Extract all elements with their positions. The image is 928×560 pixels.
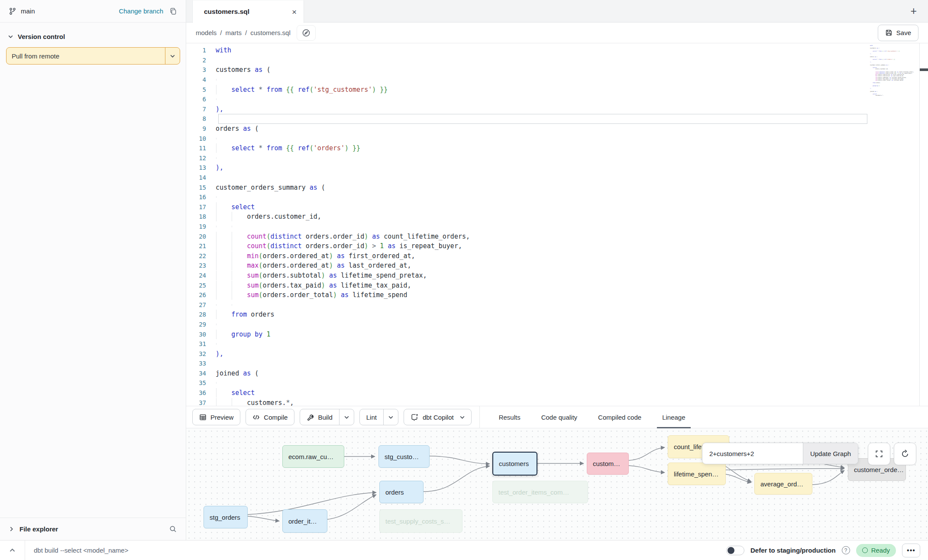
refresh-button[interactable] (894, 443, 916, 465)
tab-customers-sql[interactable]: customers.sql × (192, 0, 304, 23)
code-line[interactable]: 22 min(orders.ordered_at) as first_order… (186, 251, 919, 261)
pull-from-remote-button[interactable]: Pull from remote (6, 47, 180, 65)
chevron-down-icon (388, 414, 394, 420)
lint-dropdown-toggle[interactable] (383, 409, 398, 425)
code-line[interactable]: 23 max(orders.ordered_at) as last_ordere… (186, 261, 919, 271)
panel-tab-results[interactable]: Results (488, 406, 531, 428)
lineage-node-orders[interactable]: orders (379, 481, 424, 503)
lineage-search-input[interactable]: 2+customers+2 (702, 443, 803, 464)
code-line[interactable]: 33 (186, 359, 919, 369)
code-line[interactable]: 9orders as ( (186, 124, 919, 134)
code-line[interactable]: 2 (186, 55, 919, 65)
code-line[interactable]: 28 from orders (186, 310, 919, 320)
lineage-node-customer-metrics[interactable]: custom… (587, 453, 629, 475)
code-line[interactable]: 35 (186, 378, 919, 388)
line-number: 23 (186, 262, 216, 269)
update-graph-button[interactable]: Update Graph (803, 443, 858, 464)
breadcrumb-segment[interactable]: models (196, 29, 217, 36)
lineage-node-customers[interactable]: customers (492, 452, 537, 476)
lineage-node-test-order-items[interactable]: test_order_items_com… (492, 481, 588, 503)
editor-scrollbar[interactable] (919, 43, 928, 406)
code-line[interactable]: 7), (186, 104, 919, 114)
code-line[interactable]: 17 select (186, 202, 919, 212)
copilot-dropdown-toggle[interactable] (459, 414, 471, 420)
defer-toggle[interactable] (726, 546, 744, 555)
line-number: 11 (186, 145, 216, 152)
scrollbar-handle[interactable] (920, 68, 928, 71)
lineage-node-stg-orders[interactable]: stg_orders (204, 506, 248, 528)
code-line[interactable]: 4 (186, 75, 919, 85)
compile-button[interactable]: Compile (246, 409, 294, 425)
code-line[interactable]: 29 (186, 320, 919, 330)
line-number: 24 (186, 272, 216, 279)
lineage-node-lifetime-spend[interactable]: lifetime_spen… (668, 463, 726, 485)
file-explorer-header[interactable]: File explorer (0, 518, 186, 540)
build-dropdown-toggle[interactable] (339, 409, 354, 425)
open-lineage-icon-button[interactable] (297, 25, 316, 41)
lineage-graph[interactable]: ecom.raw_cu…stg_custo…ordersstg_ordersor… (186, 428, 928, 540)
lineage-node-test-supply-costs[interactable]: test_supply_costs_s… (379, 509, 462, 533)
file-explorer-label: File explorer (19, 525, 58, 533)
code-text: count(distinct orders.order_id) as count… (216, 233, 470, 240)
panel-tab-compiled-code[interactable]: Compiled code (588, 406, 652, 428)
copy-icon[interactable] (169, 7, 177, 15)
lineage-node-ecom-raw-customers[interactable]: ecom.raw_cu… (282, 445, 344, 468)
preview-button[interactable]: Preview (192, 409, 240, 425)
code-line[interactable]: 12 (186, 153, 919, 163)
lineage-node-average-order[interactable]: average_ord… (754, 473, 812, 495)
lineage-node-stg-customers[interactable]: stg_custo… (378, 445, 430, 468)
code-line[interactable]: 14 (186, 173, 919, 183)
code-line[interactable]: 8 (186, 114, 919, 124)
code-line[interactable]: 31 (186, 339, 919, 349)
save-button[interactable]: Save (878, 25, 918, 41)
lint-button[interactable]: Lint (359, 409, 398, 425)
command-input[interactable]: dbt build --select <model_name> (34, 547, 128, 554)
code-line[interactable]: 37 customers.*, (186, 398, 919, 406)
copilot-label: dbt Copilot (423, 414, 454, 421)
code-line[interactable]: 18 orders.customer_id, (186, 212, 919, 222)
build-button[interactable]: Build (300, 409, 354, 425)
code-line[interactable]: 3customers as ( (186, 65, 919, 75)
fullscreen-button[interactable] (868, 443, 890, 465)
help-icon[interactable]: ? (842, 546, 850, 554)
dbt-copilot-button[interactable]: dbt Copilot (404, 409, 472, 425)
code-line[interactable]: 6 (186, 94, 919, 104)
code-line[interactable]: 34joined as ( (186, 369, 919, 379)
lineage-node-order-items[interactable]: order_it… (282, 509, 327, 533)
breadcrumb-segment[interactable]: customers.sql (250, 29, 291, 36)
panel-tab-code-quality[interactable]: Code quality (531, 406, 588, 428)
code-line[interactable]: 13), (186, 163, 919, 173)
breadcrumb-segment[interactable]: marts (226, 29, 242, 36)
code-line[interactable]: 24 sum(orders.subtotal) as lifetime_spen… (186, 271, 919, 281)
code-line[interactable]: 21 count(distinct orders.order_id) > 1 a… (186, 241, 919, 251)
code-line[interactable]: 20 count(distinct orders.order_id) as co… (186, 231, 919, 241)
more-options-button[interactable]: ••• (902, 544, 920, 557)
line-number: 17 (186, 204, 216, 210)
indent-guide (216, 241, 217, 251)
code-text: select * from {{ ref('stg_customers') }} (216, 86, 388, 94)
change-branch-link[interactable]: Change branch (119, 7, 163, 15)
code-line[interactable]: 15customer_orders_summary as ( (186, 182, 919, 192)
code-line[interactable]: 10 (186, 133, 919, 143)
code-line[interactable]: 27 (186, 300, 919, 310)
close-tab-icon[interactable]: × (292, 8, 297, 16)
code-line[interactable]: 19 (186, 222, 919, 232)
code-line[interactable]: 5 select * from {{ ref('stg_customers') … (186, 84, 919, 94)
preview-label: Preview (210, 414, 233, 421)
code-line[interactable]: 36 select (186, 388, 919, 398)
code-line[interactable]: 1with (186, 45, 919, 55)
panel-tab-lineage[interactable]: Lineage (652, 406, 695, 428)
code-line[interactable]: 16 (186, 192, 919, 202)
editor-tab-bar: customers.sql × + (186, 0, 928, 23)
code-editor[interactable]: 1with23customers as (45 select * from {{… (186, 43, 928, 406)
code-line[interactable]: 26 sum(orders.order_total) as lifetime_s… (186, 290, 919, 300)
code-line[interactable]: 25 sum(orders.tax_paid) as lifetime_tax_… (186, 280, 919, 290)
code-line[interactable]: 32), (186, 349, 919, 359)
version-control-header[interactable]: Version control (0, 23, 186, 46)
new-tab-button[interactable]: + (910, 5, 917, 17)
search-icon[interactable] (169, 525, 177, 533)
collapse-command-bar-button[interactable] (0, 541, 25, 560)
code-line[interactable]: 11 select * from {{ ref('orders') }} (186, 143, 919, 153)
pull-dropdown-toggle[interactable] (165, 48, 180, 64)
code-line[interactable]: 30 group by 1 (186, 329, 919, 339)
